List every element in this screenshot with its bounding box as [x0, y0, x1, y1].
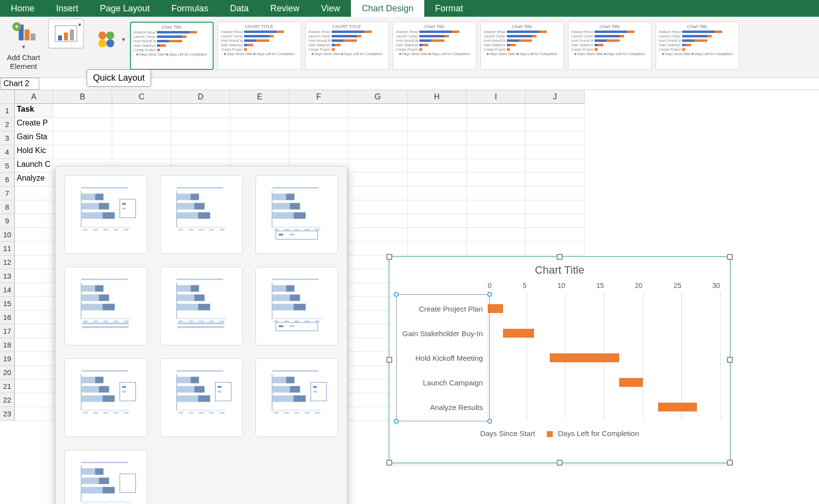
cell[interactable]	[15, 311, 53, 324]
cell[interactable]	[348, 145, 408, 159]
cell[interactable]	[112, 131, 171, 145]
cell[interactable]	[53, 145, 112, 159]
data-bar[interactable]	[619, 378, 642, 387]
cell[interactable]	[408, 159, 467, 173]
cell[interactable]	[467, 145, 526, 159]
cell[interactable]	[526, 104, 585, 118]
cell[interactable]	[526, 159, 585, 173]
cell[interactable]	[467, 200, 526, 214]
cell[interactable]	[230, 118, 289, 131]
cell[interactable]	[408, 104, 467, 118]
cell[interactable]	[348, 242, 408, 255]
cell[interactable]: Task	[15, 104, 53, 118]
cell[interactable]	[408, 131, 467, 145]
cell[interactable]	[230, 145, 289, 159]
cell[interactable]	[230, 131, 289, 145]
cell[interactable]	[348, 104, 408, 118]
col-header[interactable]: G	[348, 90, 408, 104]
quick-layout-option-3[interactable]	[255, 175, 338, 254]
chart-style-thumb-5[interactable]: Chart TitleAnalyze ResultsLaunch Campaig…	[480, 22, 564, 70]
cell[interactable]	[15, 283, 53, 297]
cell[interactable]	[408, 145, 467, 159]
chart-style-thumb-3[interactable]: CHART TITLEAnalyze ResultsLaunch Campaig…	[305, 22, 389, 70]
row-header[interactable]: 6	[0, 173, 15, 187]
row-header[interactable]: 19	[0, 352, 15, 366]
cell[interactable]	[348, 228, 408, 242]
cell[interactable]	[408, 228, 467, 242]
tab-insert[interactable]: Insert	[45, 0, 89, 17]
selection-handle[interactable]	[727, 357, 733, 363]
cell[interactable]	[467, 118, 526, 131]
row-header[interactable]: 23	[0, 407, 15, 421]
row-header[interactable]: 2	[0, 118, 15, 131]
cell[interactable]	[408, 214, 467, 228]
cell[interactable]	[526, 145, 585, 159]
cell[interactable]	[526, 200, 585, 214]
quick-layout-option-8[interactable]	[160, 358, 243, 437]
cell[interactable]	[171, 104, 230, 118]
cell[interactable]	[526, 242, 585, 255]
cell[interactable]	[15, 379, 53, 393]
quick-layout-option-5[interactable]	[160, 267, 243, 346]
row-header[interactable]: 15	[0, 297, 15, 311]
quick-layout-option-2[interactable]	[160, 175, 243, 254]
cell[interactable]: Launch C	[15, 159, 53, 173]
col-header[interactable]: E	[230, 90, 289, 104]
chart-plot-area[interactable]: 051015202530Create Project PlanGain Stak…	[488, 282, 720, 419]
cell[interactable]	[408, 242, 467, 255]
data-bar[interactable]	[503, 329, 534, 338]
row-header[interactable]: 21	[0, 379, 15, 393]
cell[interactable]	[526, 214, 585, 228]
cell[interactable]	[15, 352, 53, 366]
cell[interactable]	[526, 131, 585, 145]
cell[interactable]	[289, 118, 348, 131]
cell[interactable]	[408, 200, 467, 214]
selection-handle[interactable]	[386, 357, 392, 363]
quick-layout-button[interactable]: ▾	[48, 19, 84, 48]
quick-layout-option-9[interactable]	[255, 358, 338, 437]
tab-data[interactable]: Data	[219, 0, 259, 17]
cell[interactable]	[467, 159, 526, 173]
cell[interactable]	[408, 187, 467, 200]
row-header[interactable]: 12	[0, 255, 15, 269]
cell[interactable]	[348, 187, 408, 200]
cell[interactable]	[15, 200, 53, 214]
cell[interactable]: Analyze	[15, 173, 53, 187]
cell[interactable]	[53, 118, 112, 131]
cell[interactable]: Gain Sta	[15, 131, 53, 145]
selection-handle[interactable]	[557, 460, 563, 466]
cell[interactable]	[171, 118, 230, 131]
tab-page-layout[interactable]: Page Layout	[89, 0, 160, 17]
worksheet-grid[interactable]: 1234567891011121314151617181920212223 AB…	[0, 90, 819, 504]
quick-layout-option-4[interactable]	[64, 267, 147, 346]
chart-title[interactable]: Chart Title	[389, 257, 730, 282]
chart-styles-gallery[interactable]: Chart TitleAnalyze ResultsLaunch Campaig…	[130, 22, 739, 70]
row-header[interactable]: 7	[0, 187, 15, 200]
cell[interactable]	[112, 104, 171, 118]
row-header[interactable]: 16	[0, 311, 15, 324]
cell[interactable]	[53, 104, 112, 118]
cell[interactable]	[15, 366, 53, 379]
col-header[interactable]: F	[289, 90, 348, 104]
row-header[interactable]: 1	[0, 104, 15, 118]
tab-chart-design[interactable]: Chart Design	[351, 0, 424, 17]
cell[interactable]	[289, 131, 348, 145]
selection-handle[interactable]	[727, 460, 733, 466]
cell[interactable]	[526, 228, 585, 242]
selection-handle[interactable]	[386, 254, 392, 260]
quick-layout-option-1[interactable]	[64, 175, 147, 254]
cell[interactable]	[467, 242, 526, 255]
cell[interactable]	[15, 338, 53, 352]
cell[interactable]	[348, 131, 408, 145]
row-header[interactable]: 8	[0, 200, 15, 214]
cell[interactable]	[467, 173, 526, 187]
cell[interactable]: Hold Kic	[15, 145, 53, 159]
col-header[interactable]: C	[112, 90, 171, 104]
selection-handle[interactable]	[557, 254, 563, 260]
row-header[interactable]: 11	[0, 242, 15, 255]
chart-style-thumb-4[interactable]: Chart TitleAnalyze ResultsLaunch Campaig…	[393, 22, 476, 70]
row-header[interactable]: 13	[0, 269, 15, 283]
row-header[interactable]: 17	[0, 324, 15, 338]
row-header[interactable]: 22	[0, 393, 15, 407]
cell[interactable]	[171, 131, 230, 145]
